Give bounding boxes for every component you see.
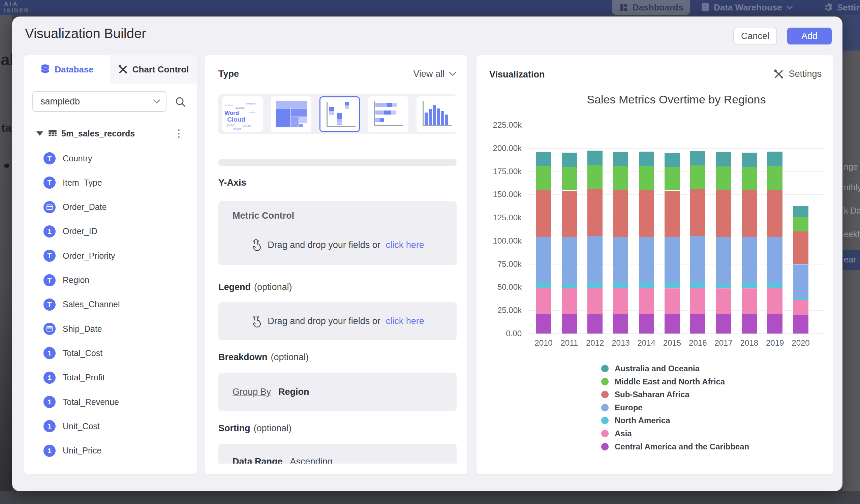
tab-database[interactable]: Database [24, 55, 110, 84]
bar-segment-2012[interactable] [587, 150, 603, 165]
bar-segment-2010[interactable] [536, 314, 551, 334]
bar-segment-2017[interactable] [716, 167, 731, 190]
bar-segment-2012[interactable] [587, 189, 603, 236]
bar-segment-2013[interactable] [613, 152, 628, 167]
bar-segment-2011[interactable] [562, 284, 577, 288]
bar-segment-2017[interactable] [716, 152, 731, 167]
nav-settings[interactable]: Settings [823, 0, 860, 15]
legend-item[interactable]: Central America and the Caribbean [601, 443, 749, 451]
field-item-total_revenue[interactable]: 1Total_Revenue [24, 394, 197, 410]
bar-segment-2011[interactable] [562, 153, 577, 167]
field-item-order_priority[interactable]: TOrder_Priority [24, 248, 197, 264]
bar-segment-2014[interactable] [639, 190, 654, 237]
view-all-button[interactable]: View all [413, 69, 457, 79]
group-by-label[interactable]: Group By [232, 387, 271, 397]
bar-segment-2019[interactable] [767, 283, 783, 288]
add-button[interactable]: Add [787, 28, 832, 44]
bar-segment-2014[interactable] [639, 314, 654, 333]
table-tree-row[interactable]: 5m_sales_records ⋮ [24, 125, 197, 142]
chart-type-treemap[interactable] [271, 96, 311, 132]
bar-segment-2011[interactable] [562, 167, 577, 191]
nav-data-warehouse[interactable]: Data Warehouse [701, 0, 793, 15]
bar-segment-2015[interactable] [664, 283, 680, 288]
bar-segment-2011[interactable] [562, 288, 577, 314]
bar-segment-2020[interactable] [793, 264, 808, 298]
field-item-sales_channel[interactable]: TSales_Channel [24, 297, 197, 313]
bar-segment-2020[interactable] [793, 300, 808, 315]
bar-segment-2013[interactable] [613, 166, 628, 190]
bar-segment-2020[interactable] [793, 231, 808, 264]
bar-segment-2015[interactable] [664, 153, 680, 167]
bar-segment-2014[interactable] [639, 152, 654, 166]
type-selector-scrollbar[interactable] [218, 159, 457, 166]
bar-segment-2020[interactable] [793, 298, 808, 300]
bar-segment-2010[interactable] [536, 166, 551, 190]
bar-segment-2016[interactable] [690, 283, 705, 288]
bar-segment-2010[interactable] [536, 190, 551, 237]
bar-segment-2019[interactable] [767, 237, 783, 284]
chart-type-hstackedbar[interactable] [368, 96, 408, 132]
field-item-order_id[interactable]: 1Order_ID [24, 224, 197, 240]
legend-item[interactable]: Australia and Oceania [601, 364, 700, 373]
bar-segment-2010[interactable] [536, 288, 551, 314]
bar-segment-2018[interactable] [742, 167, 757, 190]
bar-segment-2017[interactable] [716, 314, 731, 333]
bar-segment-2019[interactable] [767, 314, 783, 333]
bar-segment-2013[interactable] [613, 190, 628, 237]
bar-segment-2014[interactable] [639, 166, 654, 190]
click-here-link[interactable]: click here [386, 316, 424, 327]
bar-segment-2010[interactable] [536, 152, 551, 167]
legend-dropzone[interactable]: Drag and drop your fields or click here [218, 302, 457, 340]
bar-segment-2017[interactable] [716, 190, 731, 237]
bar-segment-2015[interactable] [664, 191, 680, 237]
field-item-country[interactable]: TCountry [24, 150, 197, 167]
bar-segment-2011[interactable] [562, 314, 577, 333]
bar-segment-2016[interactable] [690, 151, 705, 165]
cancel-button[interactable]: Cancel [733, 28, 777, 44]
legend-item[interactable]: Sub-Saharan Africa [601, 390, 689, 399]
field-item-order_date[interactable]: Order_Date [24, 199, 197, 215]
database-select[interactable]: sampledb [32, 91, 167, 112]
bar-segment-2020[interactable] [793, 217, 808, 231]
bar-segment-2020[interactable] [793, 315, 808, 333]
bar-segment-2013[interactable] [613, 237, 628, 283]
caret-down-icon[interactable] [37, 131, 43, 136]
bar-segment-2015[interactable] [664, 237, 680, 284]
field-item-unit_price[interactable]: 1Unit_Price [24, 443, 197, 459]
bar-segment-2016[interactable] [690, 314, 705, 333]
bar-segment-2017[interactable] [716, 284, 731, 288]
bar-segment-2012[interactable] [587, 236, 603, 283]
bar-segment-2018[interactable] [742, 314, 757, 334]
legend-item[interactable]: Middle East and North Africa [601, 378, 725, 386]
legend-item[interactable]: Asia [601, 430, 632, 438]
bar-segment-2018[interactable] [742, 190, 757, 237]
bar-segment-2011[interactable] [562, 191, 577, 237]
legend-item[interactable]: Europe [601, 404, 643, 412]
field-item-total_cost[interactable]: 1Total_Cost [24, 345, 197, 361]
bar-segment-2020[interactable] [793, 206, 808, 217]
bar-segment-2019[interactable] [767, 152, 783, 166]
legend-item[interactable]: North America [601, 416, 670, 424]
bar-segment-2014[interactable] [639, 288, 654, 314]
sorting-dropzone[interactable]: Data Range Ascending [218, 444, 457, 464]
breakdown-dropzone[interactable]: Group By Region [218, 373, 457, 411]
bar-segment-2016[interactable] [690, 189, 705, 236]
click-here-link[interactable]: click here [386, 240, 424, 250]
bar-segment-2019[interactable] [767, 190, 783, 237]
bar-segment-2016[interactable] [690, 165, 705, 189]
bar-segment-2018[interactable] [742, 153, 757, 167]
field-item-ship_date[interactable]: Ship_Date [24, 321, 197, 337]
bar-segment-2015[interactable] [664, 314, 680, 334]
bar-segment-2012[interactable] [587, 165, 603, 189]
bar-segment-2015[interactable] [664, 167, 680, 191]
bar-segment-2013[interactable] [613, 314, 628, 334]
bar-segment-2018[interactable] [742, 237, 757, 284]
metric-control-dropzone[interactable]: Metric Control Drag and drop your fields… [218, 201, 457, 265]
bar-segment-2018[interactable] [742, 283, 757, 288]
chart-type-column[interactable] [417, 96, 457, 132]
nav-dashboards[interactable]: Dashboards [612, 0, 690, 15]
field-item-region[interactable]: TRegion [24, 272, 197, 288]
bar-segment-2012[interactable] [587, 283, 603, 288]
kebab-menu-icon[interactable]: ⋮ [174, 130, 184, 136]
bar-segment-2013[interactable] [613, 288, 628, 314]
